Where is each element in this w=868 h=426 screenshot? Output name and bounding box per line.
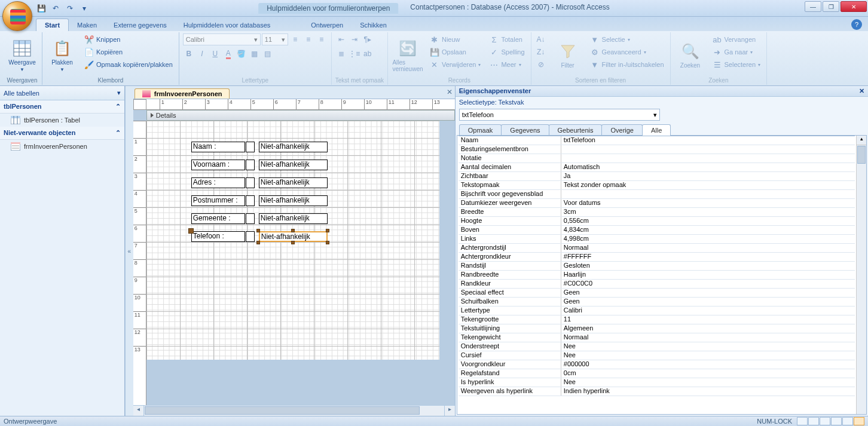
- property-row[interactable]: Breedte3cm: [459, 208, 855, 217]
- cut-button[interactable]: ✂️Knippen: [82, 33, 175, 45]
- property-value[interactable]: #000000: [561, 360, 855, 369]
- indent-decrease-icon[interactable]: ⇤: [335, 33, 347, 45]
- tab-start[interactable]: Start: [36, 19, 69, 31]
- property-row[interactable]: Speciaal effectGeen: [459, 289, 855, 298]
- ruler-corner[interactable]: [133, 99, 146, 110]
- property-value[interactable]: Automatisch: [561, 163, 855, 171]
- minimize-button[interactable]: —: [805, 1, 821, 12]
- save-record-button[interactable]: 💾Opslaan: [427, 46, 483, 58]
- property-value[interactable]: 3cm: [561, 208, 855, 216]
- fill-color-icon[interactable]: 🪣: [236, 48, 247, 60]
- design-view-icon[interactable]: [854, 417, 864, 425]
- form-label-spacer[interactable]: [246, 213, 255, 224]
- property-value[interactable]: [561, 190, 855, 198]
- vertical-scrollbar[interactable]: ▴: [856, 136, 866, 414]
- section-header-details[interactable]: Details: [146, 110, 455, 121]
- prop-tab-overige[interactable]: Overige: [601, 124, 643, 136]
- form-view-icon[interactable]: [797, 417, 808, 425]
- help-icon[interactable]: ?: [851, 19, 862, 30]
- property-value[interactable]: Ja: [561, 172, 855, 180]
- doc-tab-frminvoeren[interactable]: frmInvoerenPersonen: [135, 88, 230, 99]
- form-label-spacer[interactable]: [246, 195, 255, 206]
- property-grid[interactable]: NaamtxtTelefoonBesturingselementbronNota…: [459, 136, 855, 414]
- close-button[interactable]: ✕: [841, 1, 867, 12]
- nav-header[interactable]: Alle tabellen ▾: [0, 86, 124, 100]
- nav-item-tblpersonen[interactable]: tblPersonen : Tabel: [0, 114, 124, 127]
- nav-collapse-button[interactable]: «: [125, 86, 133, 416]
- form-label[interactable]: Postnummer :: [191, 195, 245, 206]
- property-row[interactable]: OnderstreeptNee: [459, 342, 855, 351]
- property-row[interactable]: Links4,998cm: [459, 235, 855, 244]
- property-row[interactable]: SchuifbalkenGeen: [459, 298, 855, 307]
- office-button[interactable]: [2, 1, 32, 31]
- property-row[interactable]: Boven4,834cm: [459, 226, 855, 235]
- form-label-spacer[interactable]: [246, 160, 255, 170]
- prop-tab-alle[interactable]: Alle: [642, 124, 671, 136]
- selection-handle[interactable]: [256, 241, 260, 244]
- selection-handle[interactable]: [256, 229, 260, 232]
- ltr-icon[interactable]: ¶▸: [362, 33, 374, 45]
- property-row[interactable]: Tekengrootte11: [459, 315, 855, 324]
- property-value[interactable]: #FFFFFF: [561, 253, 855, 261]
- tab-maken[interactable]: Maken: [69, 19, 105, 31]
- property-row[interactable]: TekstuitlijningAlgemeen: [459, 324, 855, 333]
- bullet-list-icon[interactable]: ⋮≡: [349, 48, 360, 60]
- property-row[interactable]: Weergeven als hyperlinkIndien hyperlink: [459, 387, 855, 396]
- property-value[interactable]: Nee: [561, 351, 855, 360]
- align-right-icon[interactable]: ≡: [316, 33, 328, 45]
- spelling-button[interactable]: ✓Spelling: [487, 46, 527, 58]
- property-value[interactable]: Tekst zonder opmaak: [561, 181, 855, 189]
- view-button[interactable]: Weergave ▼: [6, 33, 38, 77]
- property-value[interactable]: Voor datums: [561, 199, 855, 207]
- nav-item-frminvoeren[interactable]: frmInvoerenPersonen: [0, 140, 124, 153]
- form-textbox[interactable]: Niet-afhankelijk: [259, 213, 328, 224]
- property-row[interactable]: TekengewichtNormaal: [459, 333, 855, 342]
- property-value[interactable]: Nee: [561, 342, 855, 351]
- horizontal-scrollbar[interactable]: ◂ ▸: [133, 405, 455, 416]
- property-row[interactable]: RandstijlGesloten: [459, 262, 855, 271]
- property-row[interactable]: Besturingselementbron: [459, 145, 855, 154]
- property-row[interactable]: Datumkiezer weergevenVoor datums: [459, 199, 855, 208]
- property-value[interactable]: #C0C0C0: [561, 280, 855, 288]
- pivotchart-view-icon[interactable]: [831, 417, 842, 425]
- vertical-ruler[interactable]: 12345678910111213: [133, 121, 146, 405]
- maximize-button[interactable]: ❐: [823, 1, 839, 12]
- property-row[interactable]: RandbreedteHaarlijn: [459, 271, 855, 280]
- property-row[interactable]: Hoogte0,556cm: [459, 217, 855, 226]
- selection-filter-button[interactable]: ▼Selectie▾: [588, 33, 667, 45]
- property-row[interactable]: Voorgrondkleur#000000: [459, 360, 855, 369]
- font-size-combo[interactable]: 11▾: [262, 33, 288, 45]
- prop-tab-gebeurtenis[interactable]: Gebeurtenis: [549, 124, 603, 136]
- form-textbox[interactable]: Niet-afhankelijk: [259, 195, 328, 206]
- property-value[interactable]: Geen: [561, 289, 855, 297]
- property-value[interactable]: [561, 145, 855, 154]
- sort-asc-icon[interactable]: A↓: [535, 33, 547, 45]
- property-row[interactable]: Regelafstand0cm: [459, 369, 855, 378]
- property-value[interactable]: Algemeen: [561, 324, 855, 333]
- layout-view-icon[interactable]: [842, 417, 853, 425]
- property-row[interactable]: Notatie: [459, 154, 855, 163]
- property-row[interactable]: AchtergrondstijlNormaal: [459, 244, 855, 253]
- selection-handle[interactable]: [326, 229, 329, 232]
- form-textbox[interactable]: Niet-afhankelijk: [259, 142, 328, 152]
- underline-button[interactable]: U: [209, 48, 221, 60]
- close-tab-icon[interactable]: ✕: [447, 88, 453, 96]
- form-label[interactable]: Adres :: [191, 177, 245, 188]
- property-value[interactable]: 0,556cm: [561, 217, 855, 225]
- property-value[interactable]: Haarlijn: [561, 271, 855, 279]
- datasheet-view-icon[interactable]: [808, 417, 819, 425]
- prop-tab-opmaak[interactable]: Opmaak: [459, 124, 502, 136]
- refresh-all-button[interactable]: 🔄 Alles vernieuwen: [392, 33, 424, 77]
- tab-externe[interactable]: Externe gegevens: [105, 19, 175, 31]
- prop-tab-gegevens[interactable]: Gegevens: [501, 124, 549, 136]
- design-canvas[interactable]: Naam :Niet-afhankelijkVoornaam :Niet-afh…: [146, 121, 455, 405]
- form-textbox[interactable]: Niet-afhankelijk: [259, 160, 328, 170]
- property-row[interactable]: Bijschrift voor gegevensblad: [459, 190, 855, 199]
- font-name-combo[interactable]: Calibri▾: [183, 33, 261, 45]
- nav-group-tblpersonen[interactable]: tblPersonen⌃: [0, 100, 124, 114]
- format-painter-button[interactable]: 🖌️Opmaak kopiëren/plakken: [82, 59, 175, 71]
- filter-button[interactable]: Filter: [552, 33, 584, 77]
- selection-handle[interactable]: [326, 241, 329, 244]
- font-color-icon[interactable]: A: [222, 48, 234, 60]
- replace-button[interactable]: abVervangen: [710, 33, 763, 45]
